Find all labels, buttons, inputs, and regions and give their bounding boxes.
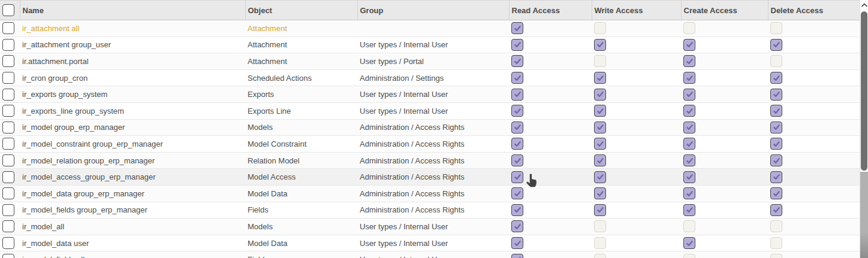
write-access-checkbox[interactable]	[594, 105, 606, 117]
cell-object[interactable]: Attachment	[245, 20, 357, 37]
read-access-checkbox[interactable]	[511, 154, 523, 166]
column-header-object[interactable]: Object	[245, 1, 357, 20]
delete-access-checkbox[interactable]	[770, 72, 782, 84]
read-access-checkbox[interactable]	[511, 72, 523, 84]
delete-access-checkbox[interactable]	[770, 138, 782, 150]
read-access-checkbox[interactable]	[511, 39, 523, 51]
write-access-checkbox[interactable]	[594, 220, 606, 232]
write-access-checkbox[interactable]	[594, 237, 606, 249]
cell-object[interactable]: Exports	[245, 86, 357, 103]
write-access-checkbox[interactable]	[594, 254, 606, 258]
row-select-checkbox[interactable]	[2, 39, 14, 51]
cell-group[interactable]: Administration / Access Rights	[357, 136, 509, 153]
cell-object[interactable]: Attachment	[245, 37, 357, 53]
cell-name[interactable]: ir_model_data user	[20, 235, 245, 251]
vertical-scrollbar[interactable]	[860, 0, 868, 258]
cell-group[interactable]: User types / Internal User	[357, 37, 509, 53]
cell-object[interactable]: Fields	[245, 202, 357, 218]
cell-group[interactable]: User types / Internal User	[357, 218, 509, 235]
row-select-checkbox[interactable]	[2, 187, 14, 199]
table-row[interactable]: ir.attachment.portalAttachmentUser types…	[0, 53, 860, 70]
write-access-checkbox[interactable]	[594, 55, 606, 67]
cell-group[interactable]: User types / Portal	[357, 53, 509, 70]
delete-access-checkbox[interactable]	[770, 254, 782, 258]
scrollbar-track[interactable]	[860, 172, 868, 258]
row-select-checkbox[interactable]	[2, 122, 14, 133]
delete-access-checkbox[interactable]	[770, 204, 782, 216]
scroll-up-button[interactable]	[860, 0, 868, 10]
row-select-checkbox[interactable]	[2, 138, 14, 150]
cell-object[interactable]: Models	[245, 218, 357, 235]
create-access-checkbox[interactable]	[683, 122, 695, 133]
cell-name[interactable]: ir_model_all	[20, 218, 245, 235]
row-select-checkbox[interactable]	[2, 204, 14, 216]
delete-access-checkbox[interactable]	[770, 154, 782, 166]
delete-access-checkbox[interactable]	[770, 89, 782, 101]
write-access-checkbox[interactable]	[594, 187, 606, 199]
table-row[interactable]: ir_cron group_cronScheduled ActionsAdmin…	[0, 69, 860, 86]
create-access-checkbox[interactable]	[683, 72, 695, 84]
read-access-checkbox[interactable]	[511, 105, 523, 117]
cell-name[interactable]: ir_exports_line group_system	[20, 102, 245, 119]
table-row[interactable]: ir_attachment allAttachment	[0, 20, 860, 37]
read-access-checkbox[interactable]	[511, 171, 523, 183]
select-all-header-cell[interactable]	[0, 1, 20, 20]
column-header-create-access[interactable]: Create Access	[681, 1, 768, 20]
cell-object[interactable]: Models	[245, 119, 357, 136]
cell-group[interactable]: Administration / Settings	[357, 69, 509, 86]
cell-name[interactable]: ir_model_access_group_erp_manager	[20, 169, 245, 186]
table-row[interactable]: ir_model_data userModel DataUser types /…	[0, 235, 860, 251]
cell-object[interactable]: Exports Line	[245, 102, 357, 119]
column-header-name[interactable]: Name	[20, 1, 245, 20]
row-select-checkbox[interactable]	[2, 220, 14, 232]
delete-access-checkbox[interactable]	[770, 55, 782, 67]
table-row[interactable]: ir_model_allModelsUser types / Internal …	[0, 218, 860, 235]
row-select-checkbox[interactable]	[2, 89, 14, 101]
cell-object[interactable]: Model Data	[245, 235, 357, 251]
create-access-checkbox[interactable]	[683, 237, 695, 249]
row-select-checkbox[interactable]	[2, 22, 14, 34]
delete-access-checkbox[interactable]	[770, 237, 782, 249]
cell-group[interactable]: User types / Internal User	[357, 102, 509, 119]
cell-name[interactable]: ir_exports group_system	[20, 86, 245, 103]
read-access-checkbox[interactable]	[511, 254, 523, 258]
create-access-checkbox[interactable]	[683, 138, 695, 150]
delete-access-checkbox[interactable]	[770, 187, 782, 199]
create-access-checkbox[interactable]	[683, 55, 695, 67]
cell-name[interactable]: ir.attachment.portal	[20, 53, 245, 70]
cell-group[interactable]: Administration / Access Rights	[357, 119, 509, 136]
table-row[interactable]: ir_model_access_group_erp_managerModel A…	[0, 169, 860, 186]
read-access-checkbox[interactable]	[511, 220, 523, 232]
cell-group[interactable]: User types / Internal User	[357, 86, 509, 103]
cell-group[interactable]: User types / Internal User	[357, 235, 509, 251]
create-access-checkbox[interactable]	[683, 154, 695, 166]
cell-name[interactable]: ir_model_fields all	[20, 251, 245, 258]
row-select-checkbox[interactable]	[2, 171, 14, 183]
write-access-checkbox[interactable]	[594, 72, 606, 84]
write-access-checkbox[interactable]	[594, 171, 606, 183]
cell-object[interactable]: Relation Model	[245, 152, 357, 169]
table-row[interactable]: ir_exports group_systemExportsUser types…	[0, 86, 860, 103]
table-row[interactable]: ir_exports_line group_systemExports Line…	[0, 102, 860, 119]
cell-object[interactable]: Model Access	[245, 169, 357, 186]
table-row[interactable]: ir_model_data group_erp_managerModel Dat…	[0, 185, 860, 202]
cell-object[interactable]: Fields	[245, 251, 357, 258]
row-select-checkbox[interactable]	[2, 72, 14, 84]
read-access-checkbox[interactable]	[511, 89, 523, 101]
row-select-checkbox[interactable]	[2, 154, 14, 166]
delete-access-checkbox[interactable]	[770, 171, 782, 183]
delete-access-checkbox[interactable]	[770, 39, 782, 51]
cell-group[interactable]	[357, 20, 509, 37]
column-header-read-access[interactable]: Read Access	[509, 1, 592, 20]
cell-name[interactable]: ir_model_relation group_erp_manager	[20, 152, 245, 169]
cell-name[interactable]: ir_attachment all	[20, 20, 245, 37]
cell-name[interactable]: ir_model_data group_erp_manager	[20, 185, 245, 202]
row-select-checkbox[interactable]	[2, 105, 14, 117]
table-row[interactable]: ir_model_fields allFieldsUser types / In…	[0, 251, 860, 258]
row-select-checkbox[interactable]	[2, 237, 14, 249]
write-access-checkbox[interactable]	[594, 89, 606, 101]
row-select-checkbox[interactable]	[2, 55, 14, 67]
write-access-checkbox[interactable]	[594, 154, 606, 166]
select-all-checkbox[interactable]	[2, 4, 14, 16]
cell-object[interactable]: Scheduled Actions	[245, 69, 357, 86]
